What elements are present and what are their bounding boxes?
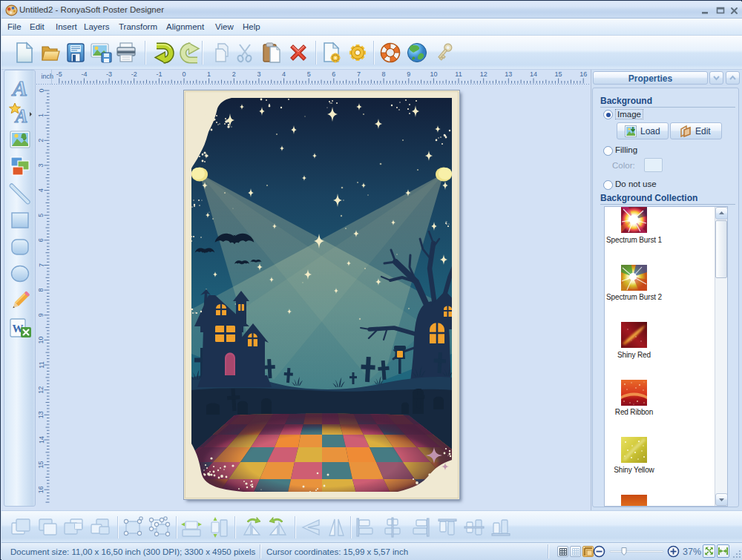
svg-text:7: 7: [38, 263, 45, 267]
svg-text:16: 16: [580, 70, 587, 78]
svg-text:11: 11: [38, 361, 45, 368]
svg-text:2: 2: [232, 70, 236, 78]
svg-text:6: 6: [332, 70, 335, 78]
svg-text:14: 14: [38, 436, 45, 444]
svg-text:7: 7: [357, 70, 361, 78]
svg-text:5: 5: [38, 214, 45, 217]
svg-text:-5: -5: [56, 70, 62, 78]
svg-text:1: 1: [207, 70, 211, 78]
svg-text:16: 16: [38, 486, 45, 493]
svg-text:0: 0: [182, 70, 186, 78]
svg-text:-4: -4: [81, 70, 87, 78]
svg-text:-2: -2: [131, 70, 137, 78]
svg-text:4: 4: [38, 188, 45, 192]
svg-text:14: 14: [530, 70, 537, 78]
svg-text:0: 0: [38, 88, 45, 92]
svg-text:3: 3: [38, 163, 45, 167]
svg-text:15: 15: [38, 461, 45, 469]
svg-text:5: 5: [307, 70, 311, 78]
svg-text:10: 10: [38, 336, 45, 343]
svg-text:4: 4: [282, 70, 286, 78]
svg-text:-3: -3: [106, 70, 112, 78]
svg-text:13: 13: [38, 411, 45, 418]
svg-text:8: 8: [38, 289, 45, 292]
svg-text:1: 1: [38, 113, 45, 117]
svg-text:12: 12: [38, 386, 45, 394]
svg-text:3: 3: [257, 70, 260, 78]
svg-text:37%: 37%: [683, 547, 701, 557]
svg-text:9: 9: [407, 70, 410, 78]
svg-text:9: 9: [38, 313, 45, 317]
svg-text:8: 8: [382, 70, 386, 78]
svg-text:A: A: [11, 76, 27, 99]
svg-text:2: 2: [38, 139, 45, 142]
svg-text:13: 13: [505, 70, 512, 78]
svg-text:11: 11: [455, 70, 462, 78]
svg-text:12: 12: [480, 70, 487, 78]
svg-text:15: 15: [555, 70, 562, 78]
svg-text:10: 10: [430, 70, 437, 78]
svg-text:6: 6: [38, 238, 45, 242]
svg-text:-1: -1: [156, 70, 162, 78]
